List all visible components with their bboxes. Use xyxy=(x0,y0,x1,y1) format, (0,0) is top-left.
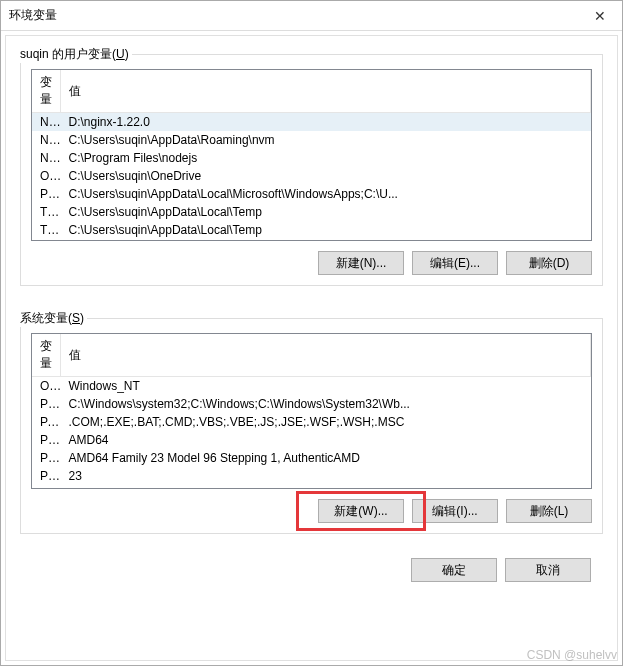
table-row[interactable]: PROCESSOR_ARCHITECT...AMD64 xyxy=(32,431,591,449)
cell-name: PROCESSOR_ARCHITECT... xyxy=(32,431,61,449)
table-row[interactable]: OneDriveC:\Users\suqin\OneDrive xyxy=(32,167,591,185)
system-vars-legend: 系统变量(S) xyxy=(20,310,87,327)
col-value[interactable]: 值 xyxy=(61,334,591,377)
env-vars-dialog: 环境变量 ✕ suqin 的用户变量(U) 变量 值 NGINX_HOMED:\… xyxy=(0,0,623,666)
table-row[interactable]: NGINX_HOMED:\nginx-1.22.0 xyxy=(32,113,591,132)
table-row[interactable]: PathC:\Users\suqin\AppData\Local\Microso… xyxy=(32,185,591,203)
cell-name: PROCESSOR_IDENTIFIER xyxy=(32,449,61,467)
cell-name: NVM_HOME xyxy=(32,131,61,149)
cell-name: Path xyxy=(32,395,61,413)
cell-value: .COM;.EXE;.BAT;.CMD;.VBS;.VBE;.JS;.JSE;.… xyxy=(61,413,591,431)
system-edit-button[interactable]: 编辑(I)... xyxy=(412,499,498,523)
cell-value: C:\Users\suqin\AppData\Local\Microsoft\W… xyxy=(61,185,591,203)
col-value[interactable]: 值 xyxy=(61,70,591,113)
dialog-footer: 确定 取消 xyxy=(20,548,603,586)
cell-value: C:\Users\suqin\AppData\Roaming\nvm xyxy=(61,131,591,149)
cell-value: C:\Windows\system32;C:\Windows;C:\Window… xyxy=(61,395,591,413)
table-row[interactable]: PROCESSOR_IDENTIFIERAMD64 Family 23 Mode… xyxy=(32,449,591,467)
user-buttons: 新建(N)... 编辑(E)... 删除(D) xyxy=(31,251,592,275)
table-row[interactable]: TMPC:\Users\suqin\AppData\Local\Temp xyxy=(32,221,591,239)
table-row[interactable]: OSWindows_NT xyxy=(32,377,591,396)
col-name[interactable]: 变量 xyxy=(32,334,61,377)
cell-name: Path xyxy=(32,185,61,203)
table-row[interactable]: PathC:\Windows\system32;C:\Windows;C:\Wi… xyxy=(32,395,591,413)
cell-name: NGINX_HOME xyxy=(32,113,61,132)
cell-value: C:\Program Files\nodejs xyxy=(61,149,591,167)
ok-button[interactable]: 确定 xyxy=(411,558,497,582)
cell-value: C:\Users\suqin\AppData\Local\Temp xyxy=(61,203,591,221)
user-vars-group: suqin 的用户变量(U) 变量 值 NGINX_HOMED:\nginx-1… xyxy=(20,54,603,286)
system-buttons: 新建(W)... 编辑(I)... 删除(L) xyxy=(31,499,592,523)
cell-name: PATHEXT xyxy=(32,413,61,431)
close-button[interactable]: ✕ xyxy=(578,1,622,31)
cell-value: C:\Users\suqin\OneDrive xyxy=(61,167,591,185)
user-edit-button[interactable]: 编辑(E)... xyxy=(412,251,498,275)
cell-name: OS xyxy=(32,377,61,396)
col-name[interactable]: 变量 xyxy=(32,70,61,113)
window-title: 环境变量 xyxy=(9,7,57,24)
user-vars-table-container[interactable]: 变量 值 NGINX_HOMED:\nginx-1.22.0NVM_HOMEC:… xyxy=(31,69,592,241)
system-vars-table: 变量 值 OSWindows_NTPathC:\Windows\system32… xyxy=(32,334,591,489)
close-icon: ✕ xyxy=(594,8,606,24)
cell-name: PROCESSOR_LEVEL xyxy=(32,467,61,485)
user-new-button[interactable]: 新建(N)... xyxy=(318,251,404,275)
table-row[interactable]: PROCESSOR_LEVEL23 xyxy=(32,467,591,485)
table-row[interactable]: PATHEXT.COM;.EXE;.BAT;.CMD;.VBS;.VBE;.JS… xyxy=(32,413,591,431)
cell-name: PROCESSOR_REVISION xyxy=(32,485,61,489)
user-vars-table: 变量 值 NGINX_HOMED:\nginx-1.22.0NVM_HOMEC:… xyxy=(32,70,591,239)
cancel-button[interactable]: 取消 xyxy=(505,558,591,582)
table-row[interactable]: NVM_HOMEC:\Users\suqin\AppData\Roaming\n… xyxy=(32,131,591,149)
cell-value: D:\nginx-1.22.0 xyxy=(61,113,591,132)
cell-name: TMP xyxy=(32,221,61,239)
cell-value: AMD64 Family 23 Model 96 Stepping 1, Aut… xyxy=(61,449,591,467)
table-row[interactable]: NVM_SYMLINKC:\Program Files\nodejs xyxy=(32,149,591,167)
cell-value: 23 xyxy=(61,467,591,485)
system-vars-group: 系统变量(S) 变量 值 OSWindows_NTPathC:\Windows\… xyxy=(20,318,603,534)
cell-value: Windows_NT xyxy=(61,377,591,396)
cell-value: C:\Users\suqin\AppData\Local\Temp xyxy=(61,221,591,239)
cell-value: 6001 xyxy=(61,485,591,489)
user-vars-legend: suqin 的用户变量(U) xyxy=(20,46,132,63)
cell-name: OneDrive xyxy=(32,167,61,185)
user-delete-button[interactable]: 删除(D) xyxy=(506,251,592,275)
cell-value: AMD64 xyxy=(61,431,591,449)
cell-name: NVM_SYMLINK xyxy=(32,149,61,167)
titlebar: 环境变量 ✕ xyxy=(1,1,622,31)
cell-name: TEMP xyxy=(32,203,61,221)
system-new-button[interactable]: 新建(W)... xyxy=(318,499,404,523)
system-vars-table-container[interactable]: 变量 值 OSWindows_NTPathC:\Windows\system32… xyxy=(31,333,592,489)
table-row[interactable]: PROCESSOR_REVISION6001 xyxy=(32,485,591,489)
dialog-content: suqin 的用户变量(U) 变量 值 NGINX_HOMED:\nginx-1… xyxy=(5,35,618,661)
table-row[interactable]: TEMPC:\Users\suqin\AppData\Local\Temp xyxy=(32,203,591,221)
system-delete-button[interactable]: 删除(L) xyxy=(506,499,592,523)
